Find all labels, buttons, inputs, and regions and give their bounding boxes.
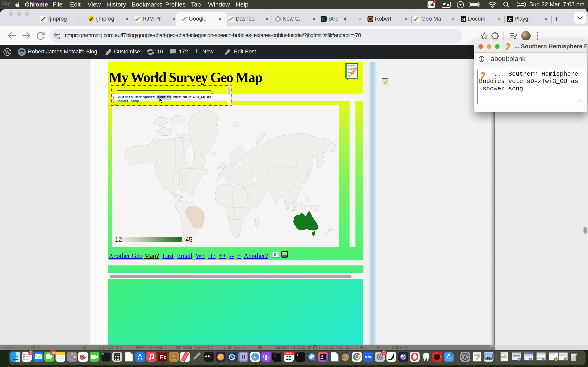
svg-text:W: W bbox=[5, 49, 10, 55]
svg-text:IJ: IJ bbox=[320, 355, 323, 358]
svg-text:M: M bbox=[461, 17, 466, 21]
svg-text:B: B bbox=[241, 353, 245, 361]
svg-text:45: 45 bbox=[185, 236, 192, 243]
svg-text:M: M bbox=[508, 17, 512, 21]
svg-text:tv: tv bbox=[208, 355, 211, 358]
svg-text:MAR: MAR bbox=[286, 352, 291, 355]
svg-text:>_: >_ bbox=[297, 354, 300, 357]
svg-text:22: 22 bbox=[286, 355, 292, 361]
svg-text:E: E bbox=[274, 253, 276, 256]
svg-text:A: A bbox=[530, 359, 531, 360]
svg-text:12: 12 bbox=[115, 236, 122, 243]
svg-text:rc: rc bbox=[105, 353, 106, 355]
svg-text:>_: >_ bbox=[274, 355, 276, 357]
svg-text:Fz: Fz bbox=[159, 354, 166, 360]
svg-text:zoom: zoom bbox=[365, 355, 372, 359]
svg-text:K: K bbox=[322, 17, 325, 22]
